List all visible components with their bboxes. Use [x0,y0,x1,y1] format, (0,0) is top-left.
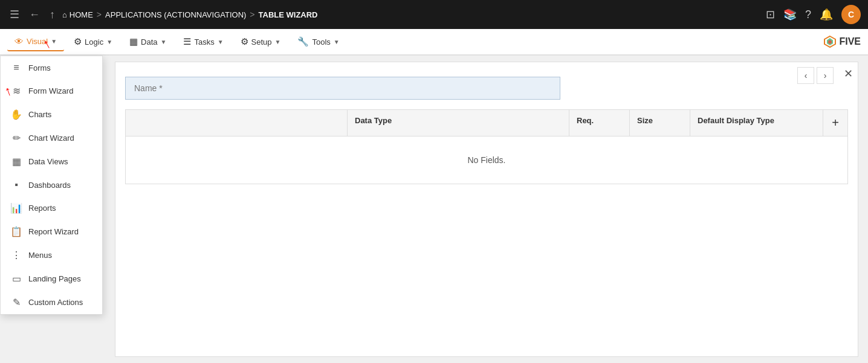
home-label: HOME [70,10,93,19]
reports-icon: 📊 [10,202,22,214]
col-header-req: Req. [569,110,630,136]
breadcrumb: ⌂ HOME > APPLICATIONS (ACTIONNAVIGATION)… [62,10,318,19]
books-icon[interactable]: 📚 [783,8,797,21]
setup-dropdown-arrow: ▼ [275,39,281,45]
tasks-label: Tasks [194,37,214,47]
tools-dropdown-arrow: ▼ [334,39,340,45]
logic-dropdown-arrow: ▼ [106,39,112,45]
user-avatar[interactable]: C [841,5,861,24]
dropdown-item-data-views[interactable]: ▦ Data Views [1,150,102,173]
panel-next-button[interactable]: › [817,67,834,84]
menus-icon: ⋮ [10,249,22,261]
tools-label: Tools [312,37,330,47]
report-wizard-icon: 📋 [10,226,22,237]
form-wizard-icon: ≋ [10,85,22,97]
nav-item-setup[interactable]: ⚙ Setup ▼ [233,33,288,51]
breadcrumb-sep-2: > [250,10,254,19]
dropdown-item-forms[interactable]: ≡ Forms [1,56,102,79]
name-input[interactable] [125,77,560,100]
logic-icon: ⚙ [74,36,82,47]
notification-bell-icon[interactable]: 🔔 [820,8,833,21]
form-wizard-label: Form Wizard [28,86,73,95]
dashboards-icon: ▪ [10,179,22,190]
setup-label: Setup [251,37,272,47]
add-field-button[interactable]: + [823,110,847,136]
monitor-icon[interactable]: ⊡ [766,8,775,21]
dropdown-item-reports[interactable]: 📊 Reports [1,196,102,220]
table-header-row: Data Type Req. Size Default Display Type… [125,109,848,136]
data-views-icon: ▦ [10,156,22,167]
dropdown-item-form-wizard[interactable]: ≋ Form Wizard [1,79,102,103]
dropdown-item-dashboards[interactable]: ▪ Dashboards [1,173,102,196]
forms-icon: ≡ [10,62,22,73]
reports-label: Reports [28,204,56,213]
data-dropdown-arrow: ▼ [161,39,167,45]
col-header-data-type: Data Type [348,110,569,136]
visual-dropdown-menu: ≡ Forms ≋ Form Wizard ✋ Charts ✏ Chart W… [0,56,103,315]
five-logo: FIVE [823,35,861,48]
dropdown-item-custom-actions[interactable]: ✎ Custom Actions [1,291,102,314]
home-icon: ⌂ [62,10,67,19]
chart-wizard-label: Chart Wizard [28,133,74,143]
landing-pages-icon: ▭ [10,273,22,284]
nav-item-tools[interactable]: 🔧 Tools ▼ [290,33,346,51]
top-bar-right-actions: ⊡ 📚 ? 🔔 C [766,5,861,24]
col-header-name [126,110,348,136]
dropdown-item-landing-pages[interactable]: ▭ Landing Pages [1,267,102,291]
current-page-label: TABLE WIZARD [259,10,318,19]
up-icon[interactable]: ↑ [47,6,57,24]
main-content-area: ✕ ‹ › Data Type Req. Size Default Displa… [0,56,868,363]
visual-icon: 👁 [15,36,24,47]
panel-navigation-arrows: ‹ › [797,67,834,84]
breadcrumb-sep-1: > [97,10,102,19]
visual-label: Visual [27,37,48,46]
charts-icon: ✋ [10,109,22,120]
dashboards-label: Dashboards [28,181,71,190]
col-header-display-type: Default Display Type [690,110,823,136]
forms-label: Forms [28,63,51,72]
table-body-empty: No Fields. [125,136,848,184]
custom-actions-icon: ✎ [10,297,22,308]
nav-item-data[interactable]: ▦ Data ▼ [122,33,173,51]
logic-label: Logic [85,37,103,47]
col-header-size: Size [630,110,690,136]
app-breadcrumb[interactable]: APPLICATIONS (ACTIONNAVIGATION) [105,10,246,19]
five-logo-icon [823,35,837,48]
setup-icon: ⚙ [241,36,248,47]
tasks-icon: ☰ [183,36,191,47]
panel-prev-button[interactable]: ‹ [797,67,814,84]
name-field-row [115,62,858,109]
landing-pages-label: Landing Pages [28,274,81,283]
no-fields-message: No Fields. [467,155,505,165]
secondary-navigation: 👁 Visual ▼ ⚙ Logic ▼ ▦ Data ▼ ☰ Tasks ▼ … [0,29,868,56]
menus-label: Menus [28,251,52,260]
dropdown-item-report-wizard[interactable]: 📋 Report Wizard [1,220,102,243]
nav-item-logic[interactable]: ⚙ Logic ▼ [66,33,120,51]
hamburger-menu-icon[interactable]: ☰ [7,5,22,24]
dropdown-item-menus[interactable]: ⋮ Menus [1,243,102,267]
chart-wizard-icon: ✏ [10,132,22,144]
add-field-icon[interactable]: + [832,116,839,130]
data-icon: ▦ [129,36,138,47]
nav-item-visual[interactable]: 👁 Visual ▼ [7,33,64,51]
custom-actions-label: Custom Actions [28,298,83,307]
report-wizard-label: Report Wizard [28,227,79,236]
dropdown-item-charts[interactable]: ✋ Charts [1,103,102,126]
tasks-dropdown-arrow: ▼ [218,39,224,45]
help-icon[interactable]: ? [805,8,811,21]
nav-item-tasks[interactable]: ☰ Tasks ▼ [176,33,230,51]
table-wizard-panel: ✕ ‹ › Data Type Req. Size Default Displa… [115,62,858,357]
close-panel-button[interactable]: ✕ [844,67,853,80]
charts-label: Charts [28,110,51,119]
back-icon[interactable]: ← [27,6,42,24]
data-views-label: Data Views [28,157,68,166]
visual-dropdown-arrow: ▼ [51,38,57,45]
five-logo-text: FIVE [839,36,861,47]
top-navigation-bar: ☰ ← ↑ ⌂ HOME > APPLICATIONS (ACTIONNAVIG… [0,0,868,29]
data-label: Data [141,37,157,47]
dropdown-item-chart-wizard[interactable]: ✏ Chart Wizard [1,126,102,150]
tools-icon: 🔧 [297,36,309,47]
home-breadcrumb[interactable]: ⌂ HOME [62,10,93,19]
fields-table: Data Type Req. Size Default Display Type… [125,109,848,184]
